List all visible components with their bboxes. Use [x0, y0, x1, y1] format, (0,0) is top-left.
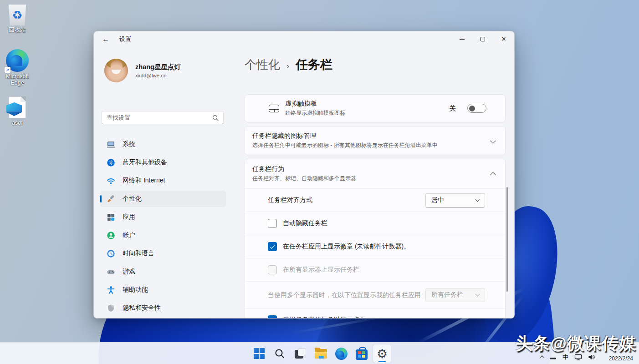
sidebar-item-gaming[interactable]: 游戏 — [100, 263, 226, 280]
chevron-up-icon[interactable] — [490, 172, 496, 178]
back-button[interactable]: ← — [97, 32, 115, 46]
setting-label: 当使用多个显示器时，在以下位置显示我的任务栏应用 — [268, 290, 425, 300]
setting-label: 任务栏对齐方式 — [268, 196, 425, 204]
virtual-touchpad-toggle[interactable] — [467, 104, 486, 113]
setting-subtitle: 选择任务栏角中可能显示的图标 - 所有其他图标将显示在任务栏角溢出菜单中 — [252, 142, 491, 149]
task-view-button[interactable] — [291, 344, 309, 363]
sidebar-item-personalization[interactable]: 个性化 — [100, 191, 226, 207]
far-corner-checkbox[interactable] — [268, 315, 277, 318]
close-button[interactable]: × — [493, 31, 514, 47]
microsoft-store-button[interactable] — [353, 344, 371, 363]
avatar — [104, 59, 128, 82]
pen-icon[interactable] — [549, 354, 557, 360]
registry-cubes-icon — [6, 102, 22, 116]
time-language-icon — [107, 249, 115, 258]
gaming-icon — [107, 268, 115, 276]
desktop-icon-microsoft-edge[interactable]: ↗ Microsoft Edge — [0, 49, 35, 86]
sidebar-item-accounts[interactable]: 帐户 — [100, 227, 226, 243]
desktop: ♻ 回收站 ↗ Microsoft Edge asdf ← 设置 × — [0, 0, 639, 364]
sidebar-item-time-language[interactable]: 时间和语言 — [100, 245, 226, 262]
card-hidden-icons[interactable]: 任务栏隐藏的图标管理 选择任务栏角中可能显示的图标 - 所有其他图标将显示在任务… — [245, 126, 506, 155]
user-profile[interactable]: zhang星星点灯 xxdd@live.cn — [104, 59, 181, 82]
breadcrumb-parent[interactable]: 个性化 — [245, 57, 280, 73]
touchpad-icon — [269, 105, 279, 112]
card-taskbar-behaviors: 任务栏行为 任务栏对齐、标记、自动隐藏和多个显示器 任务栏对齐方式 居中 — [245, 159, 506, 318]
titlebar: ← 设置 × — [94, 31, 514, 47]
main-content: 个性化 › 任务栏 虚拟触摸板 始终显示虚拟触摸板图标 关 — [242, 47, 506, 318]
badges-checkbox[interactable] — [268, 242, 277, 251]
bluetooth-icon — [107, 158, 115, 167]
maximize-button[interactable] — [472, 31, 493, 47]
setting-title: 虚拟触摸板 — [285, 100, 443, 108]
settings-button-active[interactable]: ⚙ — [373, 344, 391, 363]
multi-monitor-dropdown[interactable]: 所有任务栏 — [425, 288, 485, 302]
recycle-bin-icon: ♻ — [8, 5, 27, 25]
scrollbar[interactable] — [506, 187, 508, 292]
sidebar-item-label: 系统 — [123, 140, 135, 148]
system-icon — [107, 140, 115, 149]
desktop-icon-asdf[interactable]: asdf — [0, 96, 35, 126]
search-input[interactable] — [107, 114, 212, 121]
sidebar-item-network-internet[interactable]: 个性化 网络和 Internet — [100, 172, 226, 189]
personalization-brush-icon — [107, 195, 115, 203]
auto-hide-checkbox[interactable] — [268, 219, 277, 228]
sidebar-item-system[interactable]: 系统 — [100, 136, 226, 152]
alignment-dropdown[interactable]: 居中 — [425, 193, 485, 207]
shortcut-arrow-icon: ↗ — [5, 67, 10, 73]
edge-button[interactable] — [332, 344, 350, 363]
sidebar-item-privacy-security[interactable]: 隐私和安全性 — [100, 300, 226, 316]
wifi-icon — [107, 177, 115, 185]
taskbar-icons: ⚙ — [250, 344, 391, 363]
start-button[interactable] — [250, 344, 268, 363]
sidebar-item-label: 游戏 — [123, 268, 135, 276]
system-tray: ^ 中 — [541, 353, 595, 361]
setting-subtitle: 始终显示虚拟触摸板图标 — [285, 109, 443, 117]
search-icon — [274, 348, 285, 359]
privacy-shield-icon — [107, 304, 115, 313]
sidebar-item-bluetooth-devices[interactable]: 蓝牙和其他设备 — [100, 154, 226, 171]
apps-icon — [107, 213, 115, 222]
sidebar-item-apps[interactable]: 应用 — [100, 209, 226, 225]
behaviors-header[interactable]: 任务栏行为 任务栏对齐、标记、自动隐藏和多个显示器 — [245, 159, 505, 188]
setting-title: 任务栏行为 — [252, 165, 491, 173]
sidebar-nav: 系统 蓝牙和其他设备 个性化 网络和 Intern — [100, 136, 226, 318]
file-explorer-button[interactable] — [312, 344, 330, 363]
volume-icon[interactable] — [588, 354, 595, 360]
chevron-down-icon[interactable] — [490, 138, 496, 144]
toggle-knob — [469, 106, 475, 111]
tray-date[interactable]: 2022/2/24 — [609, 355, 633, 362]
window-controls: × — [451, 31, 514, 47]
sidebar-item-label: 应用 — [123, 213, 135, 221]
sidebar: zhang星星点灯 xxdd@live.cn — [94, 47, 242, 318]
breadcrumb-separator: › — [286, 61, 289, 71]
gear-icon: ⚙ — [377, 348, 388, 360]
tray-chevron-up-icon[interactable]: ^ — [540, 354, 544, 361]
setting-label: 选择任务栏的远角以显示桌面 — [283, 316, 366, 318]
ime-indicator[interactable]: 中 — [562, 353, 568, 361]
desktop-icon-label: asdf — [12, 120, 23, 126]
edge-icon — [335, 348, 348, 360]
sidebar-item-accessibility[interactable]: 辅助功能 — [100, 282, 226, 298]
all-displays-checkbox[interactable] — [268, 265, 277, 274]
user-email: xxdd@live.cn — [135, 73, 181, 78]
row-far-corner: 选择任务栏的远角以显示桌面 — [245, 308, 505, 318]
page-title: 任务栏 — [296, 56, 332, 73]
sidebar-item-label: 隐私和安全性 — [123, 304, 161, 312]
registry-file-icon — [9, 96, 26, 118]
network-icon[interactable] — [574, 354, 582, 360]
taskbar-search-button[interactable] — [271, 344, 289, 363]
search-box[interactable] — [102, 111, 224, 124]
sidebar-item-label: 蓝牙和其他设备 — [123, 158, 167, 167]
minimize-button[interactable] — [451, 31, 472, 47]
sidebar-item-windows-update[interactable]: Windows 更新 — [100, 318, 226, 318]
window-title: 设置 — [119, 35, 131, 43]
desktop-icon-recycle-bin[interactable]: ♻ 回收站 — [0, 5, 35, 33]
folder-icon — [315, 349, 327, 359]
row-taskbar-alignment: 任务栏对齐方式 居中 — [245, 189, 505, 212]
store-icon — [356, 349, 368, 360]
accounts-icon — [107, 231, 115, 240]
edge-icon: ↗ — [6, 49, 29, 72]
desktop-icon-label: 回收站 — [9, 27, 26, 33]
minimize-icon — [460, 39, 465, 39]
card-virtual-touchpad: 虚拟触摸板 始终显示虚拟触摸板图标 关 — [245, 94, 506, 122]
